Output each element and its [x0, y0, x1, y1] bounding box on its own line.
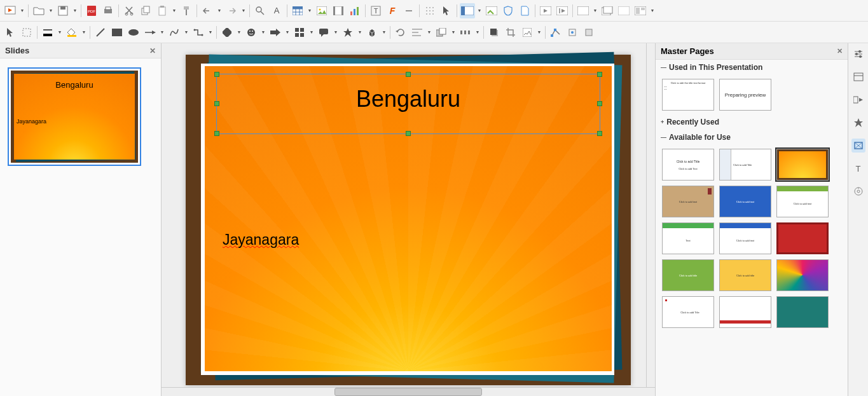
dropdown-icon[interactable]: ▼: [592, 8, 598, 13]
export-pdf-icon[interactable]: PDF: [84, 3, 99, 18]
slide-thumbnail-1[interactable]: Bengaluru Jayanagara 📌: [8, 67, 141, 166]
chart-icon[interactable]: [347, 3, 362, 18]
animation-tab-icon[interactable]: [851, 116, 865, 130]
hyperlink-icon[interactable]: [401, 3, 417, 18]
master-avail-4[interactable]: Click to add text: [662, 186, 714, 217]
horizontal-scrollbar[interactable]: [162, 387, 655, 396]
shadow-icon[interactable]: [486, 25, 502, 40]
callout-icon[interactable]: [316, 25, 331, 40]
rotate-icon[interactable]: [393, 25, 408, 40]
transition-tab-icon[interactable]: [851, 93, 865, 107]
basic-shapes-icon[interactable]: [219, 25, 235, 40]
extrusion-icon[interactable]: [581, 25, 596, 40]
fontwork-icon[interactable]: F: [385, 3, 400, 18]
connector-icon[interactable]: [191, 25, 206, 40]
master-avail-11[interactable]: Click to add title: [719, 259, 771, 291]
slide-title[interactable]: Bengaluru: [217, 74, 600, 113]
master-thumb-used-2[interactable]: Preparing preview: [719, 79, 771, 111]
start-show-icon[interactable]: [3, 3, 18, 18]
styles-tab-icon[interactable]: T: [851, 161, 865, 175]
open-icon[interactable]: [31, 3, 46, 18]
gallery-tab-icon[interactable]: [851, 184, 865, 198]
dropdown-icon[interactable]: ▼: [159, 30, 165, 34]
layout-icon[interactable]: [633, 3, 648, 18]
dropdown-icon[interactable]: ▼: [19, 8, 25, 13]
dropdown-icon[interactable]: ▼: [236, 30, 242, 34]
filter-icon[interactable]: [520, 25, 535, 40]
rect-icon[interactable]: [109, 25, 125, 40]
master-thumb-used-1[interactable]: Click to edit the title text format • ••…: [662, 79, 714, 111]
redo-icon[interactable]: [224, 3, 239, 18]
media-icon[interactable]: [331, 3, 346, 18]
dropdown-icon[interactable]: ▼: [381, 30, 387, 34]
crop-icon[interactable]: [503, 25, 518, 40]
start-first-icon[interactable]: [538, 3, 553, 18]
paste-icon[interactable]: [155, 3, 170, 18]
section-used[interactable]: —Used in This Presentation: [656, 60, 848, 75]
save-icon[interactable]: [55, 3, 71, 18]
dup-slide-icon[interactable]: [600, 3, 615, 18]
bound-box-icon[interactable]: [19, 25, 34, 40]
shield-icon[interactable]: [500, 3, 516, 18]
section-recent[interactable]: +Recently Used: [656, 114, 848, 130]
symbol-shapes-icon[interactable]: [244, 25, 259, 40]
dropdown-icon[interactable]: ▼: [649, 8, 656, 13]
dropdown-icon[interactable]: ▼: [240, 8, 247, 13]
align-icon[interactable]: [410, 25, 425, 40]
distribute-icon[interactable]: [458, 25, 473, 40]
cut-icon[interactable]: [121, 3, 137, 18]
dropdown-icon[interactable]: ▼: [476, 8, 483, 13]
image-icon[interactable]: [314, 3, 329, 18]
new-slide-icon[interactable]: [575, 3, 591, 18]
vertical-scrollbar[interactable]: [646, 43, 655, 387]
find-icon[interactable]: [252, 3, 268, 18]
dropdown-icon[interactable]: ▼: [48, 8, 54, 13]
slide-subtitle[interactable]: Jayanagara: [223, 231, 299, 249]
undo-icon[interactable]: [200, 3, 215, 18]
normal-view-icon[interactable]: [460, 3, 475, 18]
block-arrow-icon[interactable]: [268, 25, 283, 40]
master-avail-6[interactable]: Click to add text: [776, 186, 829, 217]
ellipse-icon[interactable]: [126, 25, 141, 40]
dropdown-icon[interactable]: ▼: [450, 30, 457, 34]
close-icon[interactable]: ✕: [837, 47, 843, 55]
master-avail-13[interactable]: Click to add Title: [662, 296, 714, 328]
dropdown-icon[interactable]: ▼: [284, 30, 291, 34]
dropdown-icon[interactable]: ▼: [474, 30, 481, 34]
master-avail-15[interactable]: [776, 296, 829, 328]
page-icon[interactable]: [517, 3, 532, 18]
arrange-icon[interactable]: [434, 25, 449, 40]
master-avail-10[interactable]: Click to add title: [662, 259, 714, 291]
star-icon[interactable]: [340, 25, 355, 40]
master-tab-icon[interactable]: [851, 139, 865, 153]
dropdown-icon[interactable]: ▼: [260, 30, 266, 34]
dropdown-icon[interactable]: ▼: [183, 30, 189, 34]
dropdown-icon[interactable]: ▼: [426, 30, 432, 34]
dropdown-icon[interactable]: ▼: [81, 30, 87, 34]
select-icon[interactable]: [3, 25, 18, 40]
dropdown-icon[interactable]: ▼: [72, 8, 78, 13]
copy-icon[interactable]: [138, 3, 153, 18]
curve-icon[interactable]: [167, 25, 182, 40]
master-avail-2[interactable]: Click to add Title: [719, 149, 771, 181]
slide-props-tab-icon[interactable]: [851, 70, 865, 84]
flowchart-icon[interactable]: [292, 25, 307, 40]
master-avail-7[interactable]: Text: [662, 222, 714, 254]
3d-icon[interactable]: [364, 25, 380, 40]
master-avail-5[interactable]: Click to add text: [719, 186, 771, 217]
dropdown-icon[interactable]: ▼: [357, 30, 363, 34]
dropdown-icon[interactable]: ▼: [536, 30, 542, 34]
start-current-icon[interactable]: [555, 3, 570, 18]
close-icon[interactable]: ✕: [149, 46, 156, 55]
dropdown-icon[interactable]: ▼: [333, 30, 339, 34]
dropdown-icon[interactable]: ▼: [171, 8, 177, 13]
glue-icon[interactable]: [565, 25, 580, 40]
pointer-icon[interactable]: [439, 3, 454, 18]
fill-color-icon[interactable]: [64, 25, 79, 40]
dropdown-icon[interactable]: ▼: [216, 8, 223, 13]
dropdown-icon[interactable]: ▼: [207, 30, 214, 34]
master-slide-icon[interactable]: [484, 3, 499, 18]
del-slide-icon[interactable]: [616, 3, 631, 18]
arrow-icon[interactable]: [142, 25, 158, 40]
master-avail-1[interactable]: Click to add TitleClick to add Text: [662, 149, 714, 181]
